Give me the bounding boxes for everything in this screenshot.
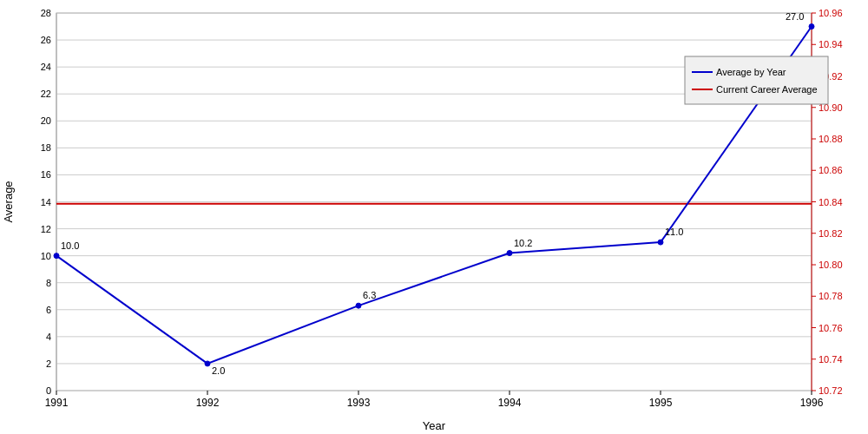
svg-text:22: 22 [41,89,51,99]
svg-text:8: 8 [46,278,51,288]
svg-text:0: 0 [46,385,51,396]
svg-text:1991: 1991 [45,397,69,409]
svg-text:10.80: 10.80 [819,260,843,270]
svg-text:10.94: 10.94 [819,39,843,49]
svg-rect-92 [685,56,828,104]
chart-container: 024681012141618202224262810.7210.7410.76… [0,0,868,434]
svg-text:Average by Year: Average by Year [716,67,786,77]
svg-text:14: 14 [41,197,51,207]
svg-text:10.76: 10.76 [819,323,843,333]
svg-point-90 [809,24,814,30]
svg-text:10.0: 10.0 [61,240,79,251]
svg-point-82 [205,361,210,366]
svg-text:27.0: 27.0 [786,11,804,22]
svg-text:26: 26 [41,35,51,45]
svg-text:10.84: 10.84 [819,197,843,207]
svg-text:28: 28 [41,8,51,18]
svg-text:10.2: 10.2 [514,238,532,248]
svg-text:10: 10 [41,251,51,261]
svg-point-88 [658,240,663,245]
svg-text:2.0: 2.0 [212,365,225,376]
svg-text:4: 4 [46,332,51,342]
svg-point-80 [54,253,59,259]
svg-text:6.3: 6.3 [363,290,376,300]
svg-text:10.86: 10.86 [819,165,843,175]
svg-text:1992: 1992 [196,397,220,409]
svg-text:2: 2 [46,358,51,369]
svg-text:10.82: 10.82 [819,228,843,239]
svg-text:18: 18 [41,142,51,153]
svg-text:12: 12 [41,224,51,234]
svg-point-84 [356,303,361,308]
line-chart: 024681012141618202224262810.7210.7410.76… [0,0,868,434]
svg-text:Current Career Average: Current Career Average [716,84,818,95]
svg-text:10.88: 10.88 [819,134,843,144]
svg-text:11.0: 11.0 [665,227,683,237]
svg-text:Year: Year [423,419,446,432]
svg-text:1996: 1996 [800,397,824,409]
svg-text:1995: 1995 [649,397,673,409]
svg-point-86 [507,251,512,256]
svg-text:10.74: 10.74 [819,354,843,365]
svg-text:1994: 1994 [498,397,522,409]
svg-text:Average: Average [2,181,15,222]
svg-text:24: 24 [41,62,51,72]
svg-text:6: 6 [46,305,51,315]
svg-text:16: 16 [41,169,51,180]
svg-text:10.78: 10.78 [819,291,843,301]
svg-text:20: 20 [41,115,51,126]
svg-text:10.72: 10.72 [819,385,843,396]
svg-text:10.96: 10.96 [819,8,843,18]
svg-text:1993: 1993 [347,397,371,409]
